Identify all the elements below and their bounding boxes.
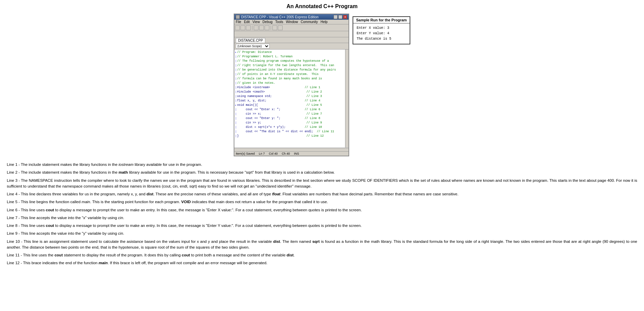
annotation-9: Line 9 - This line accepts the value int… [7,231,637,236]
code-line-6: │// be generalized into the distance for… [234,68,348,72]
code-text-19: cout << "Enter x: "; // Line 6 [237,108,348,112]
anno-2-text2: library available for use in the program… [128,170,335,174]
anno-11-text1: Line 11 - This line uses the [7,253,54,257]
toolbar-btn-4[interactable] [254,25,258,30]
ide-titlebar-icon [236,15,240,19]
code-text-20: cin >> x; // Line 7 [237,112,348,116]
ide-toolbar2 [234,31,348,37]
code-line-9: │// given in the notes. [234,81,348,85]
anno-9-italic-cin: cin [118,231,123,235]
menu-file[interactable]: File [236,20,241,24]
status-ch: Ch 40 [282,152,290,155]
sample-run-line-1: Enter X value: 3 [357,25,406,31]
toolbar-sep-1 [252,25,252,30]
code-text-18: void main(){ // Line 5 [237,103,348,108]
code-text-8: // formula can be found in many math boo… [237,77,348,81]
close-button[interactable]: ✕ [343,15,347,19]
main-container: DISTANCE.CPP - Visual C++ 2005 Express E… [7,14,637,156]
menu-help[interactable]: Help [321,20,328,24]
status-col: Col 40 [269,152,278,155]
anno-7-text1: Line 7 - This line accepts the value int… [7,216,118,220]
menu-tools[interactable]: Tools [275,20,283,24]
code-line-5: │// right triangle for the two lengths e… [234,63,348,68]
ide-window: DISTANCE.CPP - Visual C++ 2005 Express E… [234,14,349,156]
code-text-22: cin >> y; // Line 9 [237,121,348,125]
menu-community[interactable]: Community [301,20,318,24]
sample-run-content: Enter X value: 3 Enter Y value: 4 The di… [353,23,410,44]
anno-8-text2: to display a message to prompt the user … [54,223,362,228]
toolbar-btn-3[interactable] [246,25,251,30]
code-line-2: │// Programmer: Robert L. Tureman [234,55,348,59]
sample-run-box: Sample Run for the Program Enter X value… [353,16,410,44]
anno-11-text4: . [293,253,294,257]
anno-7-italic-cin: cin [118,216,123,220]
code-text-27: } // Line 12 [237,134,348,138]
ide-statusbar: Item(s) Saved Ln 7 Col 40 Ch 40 INS [234,151,348,156]
page-title: An Annotated C++ Program [7,3,637,9]
menu-view[interactable]: View [252,20,260,24]
anno-11-text3: to print both a message and the content … [190,253,287,257]
code-line-20: │ cin >> x; // Line 7 [234,112,348,116]
anno-11-text2: statement to display the result of the p… [63,253,182,257]
ide-outer: DISTANCE.CPP - Visual C++ 2005 Express E… [234,14,410,156]
code-text-26: cout << "The dist is " << dist << endl; … [237,130,348,134]
anno-1-italic: iostream [119,162,133,167]
scrollbar-vertical[interactable] [345,50,348,148]
anno-10-text1: Line 10 - This line is an assignment sta… [7,239,273,244]
minimize-button[interactable]: _ [334,15,338,19]
code-text-4: // The following program computes the hy… [237,59,348,63]
anno-10-bold-sqrt: sqrt [312,239,320,244]
code-text-7: // of points in an X-Y coordinate system… [237,72,348,77]
anno-11-bold-cout1: cout [54,253,62,257]
sample-run-title: Sample Run for the Program [353,17,410,23]
anno-2-text1: Line 2 - The include statement makes the… [7,170,119,174]
toolbar-btn-6[interactable] [265,25,269,30]
scrollbar-horizontal[interactable] [234,148,348,151]
anno-6-text2: to display a message to prompt the user … [54,208,362,212]
code-text-1: // Program: Distance [237,50,348,55]
status-ln: Ln 7 [259,152,265,155]
code-line-24: │ dist = sqrt(x*x + y*y); // Line 10 [234,125,348,130]
code-line-18: ▸void main(){ // Line 5 [234,103,348,108]
code-line-11: │#include <iostream> // Line 1 [234,85,348,90]
code-line-4: │// The following program computes the h… [234,59,348,63]
ide-menubar: File Edit View Debug Tools Window Commun… [234,20,348,24]
anno-4-bold-italic-float: float [272,192,280,196]
toolbar-btn-2[interactable] [240,25,245,30]
code-text-21: cout << "Enter y: "; // Line 8 [237,116,348,121]
anno-7-text2: . [123,216,124,220]
code-text-16: float x, y, dist; // Line 4 [237,99,348,103]
anno-9-text2: . [123,231,124,235]
ide-tab-bar: DISTANCE.CPP [234,37,348,43]
annotation-11: Line 11 - This line uses the cout statem… [7,252,637,258]
annotation-8: Line 8 - This line uses cout to display … [7,223,637,229]
maximize-button[interactable]: □ [338,15,342,19]
anno-5-bold-void: VOID [181,200,191,204]
annotation-6: Line 6 - This line uses cout to display … [7,207,637,213]
annotation-2: Line 2 - The include statement makes the… [7,170,637,175]
anno-5-text1: Line 5 - This line begins the function c… [7,200,82,204]
code-line-21: │ cout << "Enter y: "; // Line 8 [234,116,348,121]
ide-titlebar: DISTANCE.CPP - Visual C++ 2005 Express E… [234,14,348,20]
toolbar-btn-8[interactable] [278,25,283,30]
anno-12-text2: . If this brace is left off, the program… [108,261,267,265]
anno-8-text1: Line 8 - This line uses [7,223,46,228]
window-controls: _ □ ✕ [334,15,347,19]
anno-8-bold-cout: cout [46,223,54,228]
toolbar-btn-1[interactable] [235,25,240,30]
anno-1-text1: Line 1 - The include statement makes the… [7,162,119,167]
code-line-12: │#include <cmath> // Line 2 [234,90,348,94]
annotations: Line 1 - The include statement makes the… [7,162,637,266]
anno-5-italic-main: main [82,200,90,204]
menu-edit[interactable]: Edit [244,20,250,24]
toolbar-btn-7[interactable] [272,25,277,30]
anno-2-bold: math [119,170,128,174]
code-line-16: │float x, y, dist; // Line 4 [234,99,348,103]
toolbar-btn-5[interactable] [259,25,264,30]
menu-debug[interactable]: Debug [263,20,272,24]
sample-run-line-2: Enter Y value: 4 [357,31,406,36]
ide-title: DISTANCE.CPP - Visual C++ 2005 Express E… [241,15,319,19]
ide-tab-distance[interactable]: DISTANCE.CPP [236,38,265,43]
scope-select[interactable]: (Unknown Scope) [236,44,270,48]
menu-window[interactable]: Window [286,20,298,24]
